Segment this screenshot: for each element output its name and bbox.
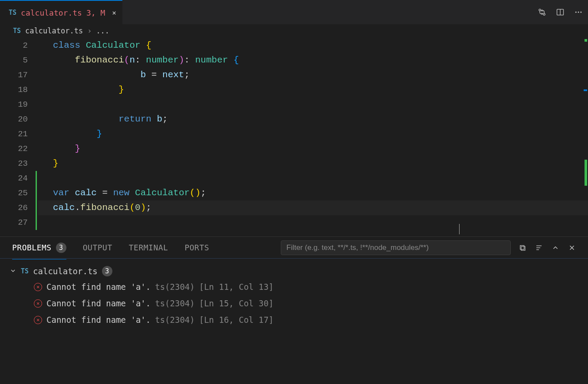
modified-indicator	[36, 186, 37, 200]
maximize-panel-icon[interactable]	[552, 244, 559, 252]
bottom-panel: PROBLEMS 3 OUTPUT TERMINAL PORTS	[0, 236, 588, 384]
filter-input[interactable]	[286, 243, 505, 252]
problem-location: [Ln 11, Col 13]	[199, 282, 274, 292]
code-line[interactable]: fibonacci(n: number): number {	[38, 53, 588, 68]
output-tab[interactable]: OUTPUT	[83, 243, 112, 252]
line-number: 18	[0, 82, 35, 97]
code-line[interactable]: calc.fibonacci(0);	[38, 200, 588, 215]
collapse-all-icon[interactable]	[519, 244, 526, 252]
line-number: 27	[0, 215, 35, 230]
line-number: 26	[0, 200, 35, 215]
line-number: 17	[0, 68, 35, 82]
editor-actions	[538, 8, 583, 16]
line-numbers: 251718192021222324252627	[0, 38, 35, 230]
line-number: 23	[0, 156, 35, 171]
ports-tab[interactable]: PORTS	[184, 243, 209, 252]
terminal-tab[interactable]: TERMINAL	[129, 243, 168, 252]
line-number: 19	[0, 97, 35, 112]
svg-point-4	[575, 12, 577, 13]
code-line[interactable]	[38, 215, 588, 230]
error-icon: ✕	[34, 283, 42, 291]
code-line[interactable]: }	[38, 127, 588, 141]
svg-point-5	[578, 12, 579, 13]
breadcrumb-rest: ...	[96, 26, 109, 35]
code-line[interactable]: }	[38, 156, 588, 171]
code-line[interactable]	[38, 171, 588, 186]
modified-indicator	[36, 171, 37, 186]
error-icon: ✕	[34, 299, 42, 308]
problems-filter[interactable]	[281, 240, 511, 255]
breadcrumb[interactable]: TS calculator.ts › ...	[0, 24, 588, 38]
line-number: 24	[0, 171, 35, 186]
line-number: 5	[0, 53, 35, 68]
line-number: 22	[0, 141, 35, 156]
chevron-down-icon[interactable]	[10, 266, 16, 276]
line-number: 21	[0, 127, 35, 141]
problems-tab-label: PROBLEMS	[12, 243, 52, 252]
line-number: 2	[0, 38, 35, 53]
view-as-list-icon[interactable]	[535, 244, 543, 252]
problem-message: Cannot find name 'a'.	[46, 299, 151, 308]
file-problem-count: 3	[102, 266, 112, 276]
problems-tab[interactable]: PROBLEMS 3	[12, 243, 66, 253]
split-editor-icon[interactable]	[556, 8, 565, 16]
code-line[interactable]: }	[38, 141, 588, 156]
code-line[interactable]	[38, 97, 588, 112]
line-number: 25	[0, 186, 35, 200]
code-body[interactable]: class Calculator { fibonacci(n: number):…	[38, 38, 588, 230]
problem-message: Cannot find name 'a'.	[46, 282, 151, 292]
problem-item[interactable]: ✕Cannot find name 'a'.ts(2304)[Ln 15, Co…	[10, 295, 578, 312]
code-line[interactable]: return b;	[38, 112, 588, 127]
problem-location: [Ln 16, Col 17]	[199, 315, 274, 325]
problem-item[interactable]: ✕Cannot find name 'a'.ts(2304)[Ln 11, Co…	[10, 279, 578, 295]
editor-tab-bar: TS calculator.ts 3, M ×	[0, 0, 588, 24]
svg-rect-7	[520, 245, 524, 249]
code-editor[interactable]: 251718192021222324252627 class Calculato…	[0, 38, 588, 236]
editor-tab[interactable]: TS calculator.ts 3, M ×	[0, 0, 122, 24]
svg-point-6	[580, 12, 581, 13]
typescript-file-icon: TS	[13, 27, 21, 35]
code-line[interactable]: }	[38, 82, 588, 97]
chevron-right-icon: ›	[87, 26, 92, 35]
svg-rect-8	[521, 246, 525, 250]
problem-file-name: calculator.ts	[33, 266, 98, 276]
problem-location: [Ln 15, Col 30]	[199, 299, 274, 308]
problems-list: TS calculator.ts 3 ✕Cannot find name 'a'…	[0, 259, 588, 384]
tab-filename: calculator.ts	[21, 8, 82, 17]
minimap[interactable]	[582, 38, 588, 236]
problem-file-group[interactable]: TS calculator.ts 3	[10, 264, 578, 279]
code-line[interactable]: var calc = new Calculator();	[38, 186, 588, 200]
problem-message: Cannot find name 'a'.	[46, 315, 151, 325]
typescript-file-icon: TS	[9, 9, 16, 16]
compare-changes-icon[interactable]	[538, 8, 546, 16]
panel-tab-bar: PROBLEMS 3 OUTPUT TERMINAL PORTS	[0, 237, 588, 259]
modified-indicator	[36, 215, 37, 230]
close-tab-icon[interactable]: ×	[112, 9, 116, 17]
svg-point-1	[543, 13, 545, 15]
more-actions-icon[interactable]	[574, 8, 583, 16]
tab-problems-badge: 3, M	[86, 8, 105, 17]
typescript-file-icon: TS	[21, 267, 29, 275]
breadcrumb-file: calculator.ts	[25, 26, 83, 35]
problem-code: ts(2304)	[155, 299, 195, 308]
svg-point-0	[539, 9, 541, 11]
code-line[interactable]: b = next;	[38, 68, 588, 82]
problems-count-badge: 3	[56, 243, 66, 253]
code-line[interactable]: class Calculator {	[38, 38, 588, 53]
text-cursor	[459, 224, 460, 234]
problem-code: ts(2304)	[155, 282, 195, 292]
modified-indicator	[36, 200, 37, 215]
error-icon: ✕	[34, 316, 42, 324]
close-panel-icon[interactable]	[568, 244, 576, 252]
line-number: 20	[0, 112, 35, 127]
problem-code: ts(2304)	[155, 315, 195, 325]
problem-item[interactable]: ✕Cannot find name 'a'.ts(2304)[Ln 16, Co…	[10, 312, 578, 328]
